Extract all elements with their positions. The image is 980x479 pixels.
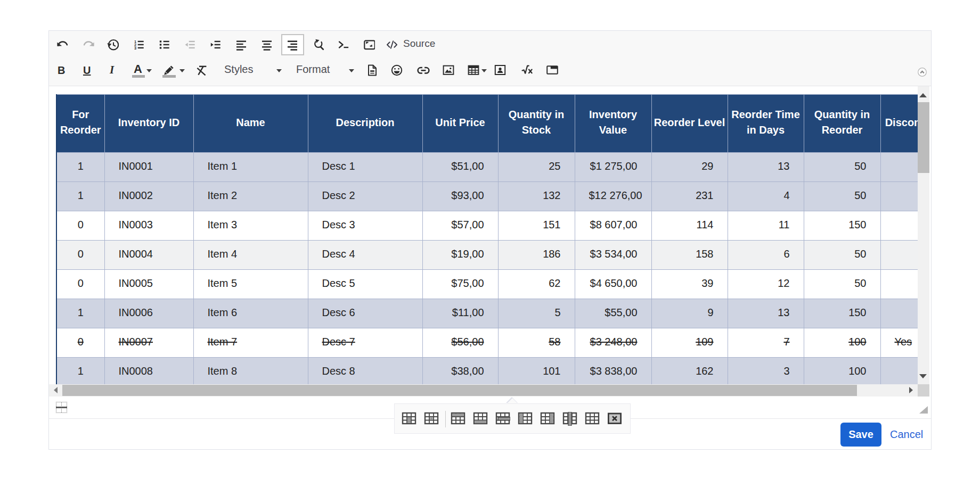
svg-text:3: 3	[134, 46, 136, 51]
